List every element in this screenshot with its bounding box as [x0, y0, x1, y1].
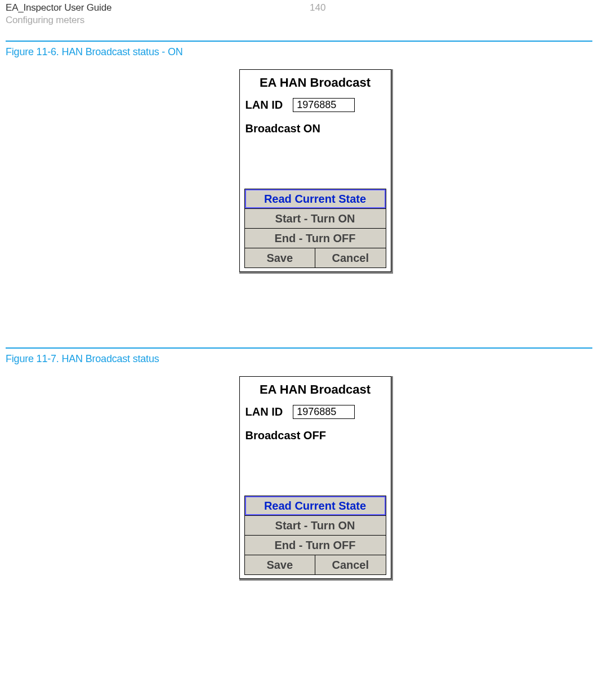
- doc-title: EA_Inspector User Guide: [6, 2, 310, 14]
- figure-caption-1: Figure 11-6. HAN Broadcast status - ON: [6, 46, 592, 58]
- end-turn-off-button[interactable]: End - Turn OFF: [245, 229, 386, 248]
- cancel-button[interactable]: Cancel: [315, 555, 386, 574]
- lan-id-input[interactable]: [293, 98, 355, 112]
- panel-title: EA HAN Broadcast: [244, 75, 386, 90]
- doc-subtitle: Configuring meters: [6, 15, 310, 26]
- read-current-state-button[interactable]: Read Current State: [245, 189, 386, 209]
- page-header: EA_Inspector User Guide Configuring mete…: [6, 0, 592, 26]
- save-button[interactable]: Save: [245, 248, 316, 267]
- broadcast-status: Broadcast ON: [246, 122, 386, 135]
- lan-id-input[interactable]: [293, 405, 355, 419]
- read-current-state-button[interactable]: Read Current State: [245, 496, 386, 516]
- cancel-button[interactable]: Cancel: [315, 248, 386, 267]
- divider: [6, 41, 592, 42]
- broadcast-status: Broadcast OFF: [246, 429, 386, 442]
- han-broadcast-panel-off: EA HAN Broadcast LAN ID Broadcast OFF Re…: [239, 376, 391, 579]
- end-turn-off-button[interactable]: End - Turn OFF: [245, 536, 386, 555]
- han-broadcast-panel-on: EA HAN Broadcast LAN ID Broadcast ON Rea…: [239, 69, 391, 272]
- start-turn-on-button[interactable]: Start - Turn ON: [245, 516, 386, 536]
- save-button[interactable]: Save: [245, 555, 316, 574]
- page-number: 140: [310, 2, 325, 26]
- lan-id-label: LAN ID: [246, 405, 283, 418]
- start-turn-on-button[interactable]: Start - Turn ON: [245, 209, 386, 229]
- lan-id-label: LAN ID: [246, 99, 283, 112]
- panel-title: EA HAN Broadcast: [244, 382, 386, 397]
- divider: [6, 347, 592, 349]
- figure-caption-2: Figure 11-7. HAN Broadcast status: [6, 353, 592, 365]
